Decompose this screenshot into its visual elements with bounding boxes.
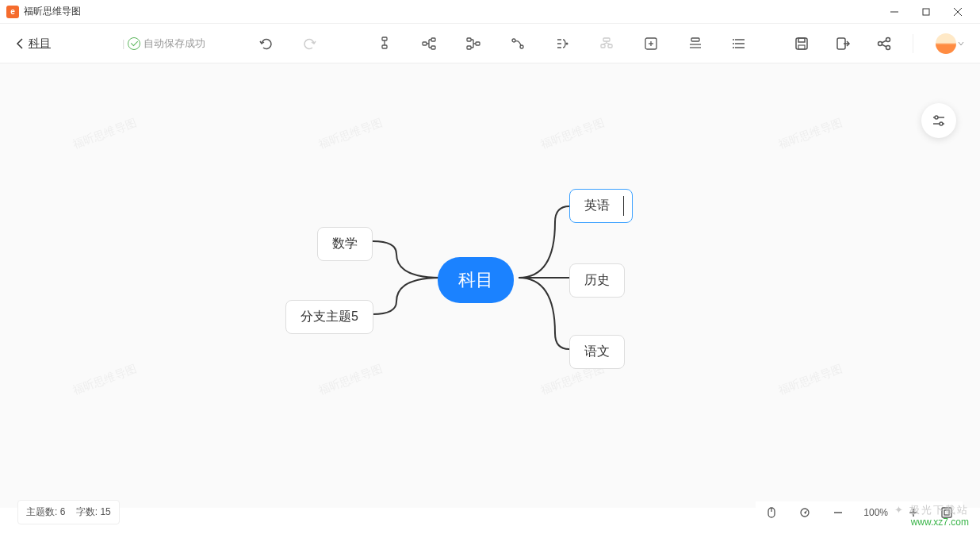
zoom-level: 100% — [863, 507, 888, 518]
watermark: 福昕思维导图 — [71, 116, 138, 152]
svg-line-20 — [603, 43, 607, 44]
svg-rect-35 — [798, 38, 805, 42]
user-menu[interactable] — [929, 33, 964, 54]
chevron-down-icon — [958, 40, 964, 47]
statistics: 主题数: 6 字数: 15 — [17, 500, 120, 524]
mouse-mode-button[interactable] — [764, 505, 779, 521]
node-label: 数学 — [332, 236, 358, 250]
svg-point-13 — [512, 39, 515, 42]
node-label: 历史 — [584, 273, 610, 286]
svg-rect-34 — [796, 38, 807, 49]
svg-rect-4 — [382, 37, 387, 40]
node-label: 科目 — [458, 270, 493, 290]
autosave-label: 自动保存成功 — [144, 36, 205, 51]
summary-button[interactable] — [549, 31, 575, 56]
export-button[interactable] — [830, 31, 856, 56]
maximize-button[interactable] — [910, 2, 942, 21]
app-title: 福昕思维导图 — [24, 5, 81, 18]
svg-rect-18 — [608, 44, 612, 48]
checkmark-circle-icon — [128, 37, 140, 50]
add-sibling-button[interactable] — [372, 31, 397, 56]
zoom-out-button[interactable] — [830, 505, 846, 521]
svg-rect-12 — [467, 46, 471, 49]
svg-point-40 — [886, 45, 890, 49]
sliders-icon — [931, 113, 947, 129]
svg-rect-8 — [431, 38, 435, 41]
mindmap-node[interactable]: 历史 — [569, 263, 625, 298]
avatar — [936, 33, 956, 54]
mindmap-node[interactable]: 数学 — [317, 227, 373, 261]
insert-button[interactable] — [638, 31, 664, 56]
separator — [913, 34, 913, 53]
svg-point-45 — [935, 116, 938, 119]
svg-rect-25 — [691, 38, 699, 41]
locate-button[interactable] — [797, 505, 813, 521]
watermark: 福昕思维导图 — [776, 362, 844, 398]
svg-rect-5 — [382, 45, 387, 48]
svg-point-38 — [879, 41, 882, 45]
mindmap-canvas[interactable]: 福昕思维导图 福昕思维导图 福昕思维导图 福昕思维导图 福昕思维导图 福昕思维导… — [0, 63, 980, 508]
app-icon: e — [6, 6, 19, 18]
share-button[interactable] — [871, 31, 897, 56]
breadcrumb-title: 科目 — [29, 36, 51, 51]
node-label: 分支主题5 — [301, 309, 358, 323]
close-button[interactable] — [942, 2, 974, 21]
node-label: 语文 — [584, 344, 610, 358]
topic-count-label: 主题数: — [26, 506, 57, 517]
svg-line-42 — [882, 44, 886, 47]
watermark: 福昕思维导图 — [776, 116, 844, 152]
svg-point-31 — [733, 39, 734, 40]
save-button[interactable] — [789, 31, 814, 56]
svg-line-21 — [607, 43, 611, 44]
relationship-button[interactable] — [505, 31, 530, 56]
add-child-button[interactable] — [416, 31, 442, 56]
format-button[interactable] — [683, 31, 708, 56]
undo-button[interactable] — [253, 31, 278, 56]
svg-rect-16 — [603, 38, 610, 41]
svg-point-46 — [940, 122, 943, 125]
svg-line-41 — [882, 40, 886, 43]
svg-rect-10 — [476, 42, 480, 45]
back-button[interactable]: 科目 — [16, 36, 51, 51]
svg-rect-17 — [601, 44, 605, 48]
mindmap-node-selected[interactable]: 英语 — [569, 189, 633, 223]
svg-rect-1 — [923, 9, 929, 15]
svg-rect-7 — [423, 42, 427, 45]
svg-point-33 — [733, 47, 734, 48]
boundary-button[interactable] — [594, 31, 619, 56]
svg-point-32 — [733, 43, 734, 44]
outline-button[interactable] — [727, 31, 752, 56]
add-parent-button[interactable] — [461, 31, 486, 56]
svg-rect-9 — [431, 46, 435, 49]
svg-point-14 — [520, 45, 523, 48]
svg-rect-11 — [467, 38, 471, 41]
watermark: 福昕思维导图 — [538, 116, 606, 152]
watermark: 福昕思维导图 — [316, 362, 384, 398]
word-count-value: 15 — [100, 506, 110, 517]
site-watermark: ✦ 极光下载站 www.xz7.com — [894, 504, 969, 528]
word-count-label: 字数: — [76, 506, 98, 517]
mindmap-node[interactable]: 语文 — [569, 335, 625, 369]
minimize-button[interactable] — [879, 2, 910, 21]
svg-point-39 — [886, 37, 890, 41]
redo-button[interactable] — [297, 31, 323, 56]
autosave-status: | 自动保存成功 — [122, 36, 205, 51]
watermark: 福昕思维导图 — [71, 362, 138, 398]
node-label: 英语 — [584, 198, 610, 212]
topic-count-value: 6 — [60, 506, 66, 517]
mindmap-root-node[interactable]: 科目 — [438, 257, 514, 303]
watermark: 福昕思维导图 — [316, 116, 384, 152]
svg-point-15 — [566, 42, 568, 44]
mindmap-node[interactable]: 分支主题5 — [285, 300, 373, 334]
settings-float-button[interactable] — [921, 103, 956, 138]
